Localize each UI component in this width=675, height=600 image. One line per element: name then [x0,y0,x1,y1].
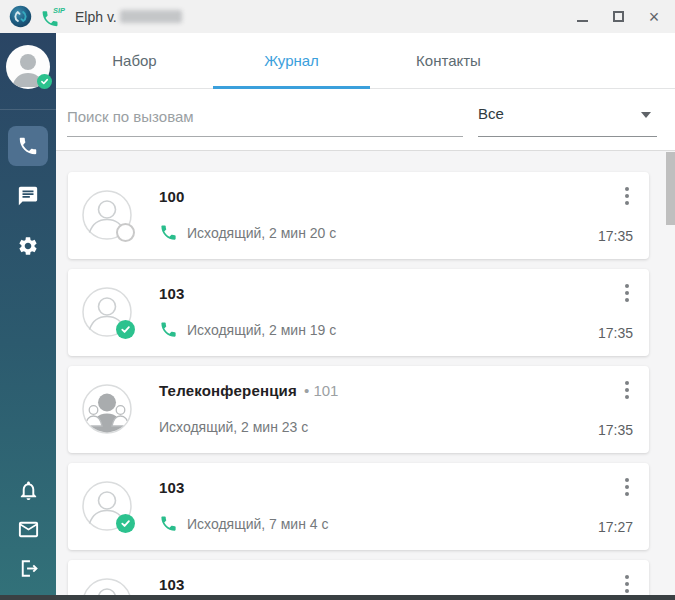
tab-contacts[interactable]: Контакты [370,33,527,88]
contact-number-suffix: • 101 [304,382,338,399]
mail-icon [17,518,40,541]
app-logo-icon [9,5,32,28]
more-options-button[interactable] [621,476,633,498]
contact-avatar [82,481,132,531]
call-time: 17:35 [598,228,633,244]
more-options-button[interactable] [621,282,633,304]
call-info: 100 Исходящий, 2 мин 20 с [159,172,598,259]
content-area: Набор Журнал Контакты Все [56,33,675,595]
chat-icon [17,185,39,207]
call-meta: 17:35 [598,269,633,356]
call-meta: 17:27 [598,463,633,550]
contact-name: Телеконференция [159,382,297,399]
bell-icon [17,479,40,502]
call-status: Исходящий, 2 мин 19 с [187,322,336,338]
phone-icon [17,135,39,157]
call-log-item[interactable]: 103 Исходящий, 2 мин 19 с 17:35 [68,269,649,356]
sidebar-nav [8,126,48,266]
search-input[interactable] [67,105,463,137]
tab-journal[interactable]: Журнал [213,33,370,88]
maximize-button[interactable] [603,4,633,30]
filter-row: Все [56,89,675,150]
more-options-button[interactable] [621,185,633,207]
call-status: Исходящий, 7 мин 4 с [187,516,329,532]
contact-avatar [82,190,132,240]
notifications-button[interactable] [13,477,43,503]
outgoing-call-icon [159,320,178,339]
call-log-list: 100 Исходящий, 2 мин 20 с 17:35 [56,150,675,595]
more-options-button[interactable] [621,573,633,595]
titlebar: SIP Elph v. × [0,0,675,33]
more-options-button[interactable] [621,379,633,401]
sidebar [0,33,56,595]
call-meta [621,560,633,595]
call-info: 103 Исходящий, 2 мин 19 с [159,269,598,356]
contact-name: 100 [159,188,185,205]
call-log-item[interactable]: 103 Исходящий, 7 мин 4 с 17:27 [68,463,649,550]
window-bottom-edge [0,595,675,600]
tab-dialer[interactable]: Набор [56,33,213,88]
maximize-icon [613,11,624,22]
close-icon: × [649,8,660,26]
call-info: 103 Исходящий, 7 мин 4 с [159,463,598,550]
contact-avatar [82,287,132,337]
presence-badge-online [116,320,135,339]
call-time: 17:35 [598,325,633,341]
call-log-item[interactable]: 103 [68,560,649,595]
window-controls: × [567,4,669,30]
close-button[interactable]: × [639,4,669,30]
minimize-button[interactable] [567,4,597,30]
presence-badge-offline [116,223,135,242]
call-info: Телеконференция• 101 Исходящий, 2 мин 23… [159,366,598,453]
tab-bar: Набор Журнал Контакты [56,33,675,89]
outgoing-call-icon [159,514,178,533]
scrollbar-thumb[interactable] [666,152,675,225]
presence-badge-online [116,514,135,533]
outgoing-call-icon [159,223,178,242]
group-icon [82,384,132,434]
logout-icon [17,557,40,580]
gear-icon [17,235,39,257]
sidebar-bottom [13,477,43,581]
call-filter-dropdown[interactable]: Все [478,105,657,137]
call-time: 17:27 [598,519,633,535]
main-area: Набор Журнал Контакты Все [0,33,675,595]
sidebar-item-settings[interactable] [8,226,48,266]
redacted-version [120,10,182,23]
call-meta: 17:35 [598,366,633,453]
online-status-badge [37,74,52,89]
voicemail-button[interactable] [13,516,43,542]
call-meta: 17:35 [598,172,633,259]
chevron-down-icon [641,112,651,118]
sidebar-item-chat[interactable] [8,176,48,216]
contact-avatar [82,578,132,595]
call-status: Исходящий, 2 мин 23 с [159,419,308,435]
call-log-item[interactable]: 100 Исходящий, 2 мин 20 с 17:35 [68,172,649,259]
call-info: 103 [159,560,621,595]
window-title: Elph v. [75,9,117,25]
filter-value: Все [478,105,504,122]
app-window: SIP Elph v. × [0,0,675,600]
minimize-icon [577,20,588,22]
sidebar-item-calls[interactable] [8,126,48,166]
contact-name: 103 [159,576,185,593]
logout-button[interactable] [13,555,43,581]
svg-text:SIP: SIP [53,6,65,15]
sip-phone-icon: SIP [39,5,67,29]
call-status: Исходящий, 2 мин 20 с [187,225,336,241]
contact-name: 103 [159,479,185,496]
call-time: 17:35 [598,422,633,438]
sidebar-divider [0,109,56,110]
user-avatar[interactable] [6,45,50,89]
call-log-item[interactable]: Телеконференция• 101 Исходящий, 2 мин 23… [68,366,649,453]
person-outline-icon [82,578,132,595]
conference-avatar [82,384,132,434]
contact-name: 103 [159,285,185,302]
